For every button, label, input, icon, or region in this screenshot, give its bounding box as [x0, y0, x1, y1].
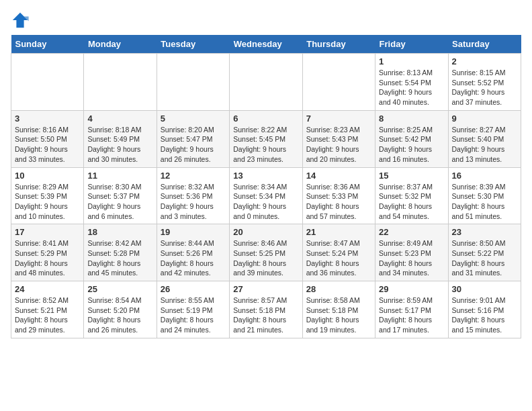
- day-info: Sunrise: 8:57 AM Sunset: 5:18 PM Dayligh…: [233, 295, 298, 335]
- day-number: 26: [161, 284, 226, 294]
- day-number: 4: [87, 113, 152, 124]
- day-number: 11: [87, 171, 152, 181]
- calendar-cell: 16Sunrise: 8:39 AM Sunset: 5:30 PM Dayli…: [448, 167, 521, 224]
- day-info: Sunrise: 8:23 AM Sunset: 5:43 PM Dayligh…: [306, 125, 371, 165]
- weekday-header-friday: Friday: [375, 35, 448, 54]
- day-number: 15: [379, 171, 444, 181]
- logo: [11, 11, 32, 30]
- day-info: Sunrise: 8:25 AM Sunset: 5:42 PM Dayligh…: [379, 125, 444, 165]
- day-info: Sunrise: 8:36 AM Sunset: 5:33 PM Dayligh…: [306, 182, 371, 222]
- day-info: Sunrise: 8:27 AM Sunset: 5:40 PM Dayligh…: [452, 125, 517, 165]
- calendar-cell: 20Sunrise: 8:46 AM Sunset: 5:25 PM Dayli…: [230, 224, 302, 281]
- day-number: 9: [452, 113, 517, 124]
- weekday-header-saturday: Saturday: [448, 35, 521, 54]
- day-info: Sunrise: 8:37 AM Sunset: 5:32 PM Dayligh…: [379, 182, 444, 222]
- logo-icon: [11, 11, 30, 30]
- day-info: Sunrise: 8:22 AM Sunset: 5:45 PM Dayligh…: [233, 125, 298, 165]
- day-number: 19: [161, 227, 226, 237]
- day-number: 28: [306, 284, 371, 294]
- day-number: 20: [233, 227, 298, 237]
- day-number: 30: [452, 284, 517, 294]
- calendar-cell: 8Sunrise: 8:25 AM Sunset: 5:42 PM Daylig…: [375, 110, 448, 167]
- calendar-cell: 13Sunrise: 8:34 AM Sunset: 5:34 PM Dayli…: [230, 167, 302, 224]
- svg-marker-0: [13, 13, 28, 28]
- header-section: [11, 11, 521, 30]
- weekday-header-wednesday: Wednesday: [230, 35, 302, 54]
- day-number: 8: [379, 113, 444, 124]
- day-number: 17: [15, 227, 80, 237]
- calendar-cell: 7Sunrise: 8:23 AM Sunset: 5:43 PM Daylig…: [302, 110, 375, 167]
- day-info: Sunrise: 8:58 AM Sunset: 5:18 PM Dayligh…: [306, 295, 371, 335]
- calendar-cell: 28Sunrise: 8:58 AM Sunset: 5:18 PM Dayli…: [302, 281, 375, 338]
- calendar-cell: 30Sunrise: 9:01 AM Sunset: 5:16 PM Dayli…: [448, 281, 521, 338]
- calendar-cell: 3Sunrise: 8:16 AM Sunset: 5:50 PM Daylig…: [11, 110, 84, 167]
- calendar-cell: 12Sunrise: 8:32 AM Sunset: 5:36 PM Dayli…: [157, 167, 229, 224]
- weekday-header-thursday: Thursday: [302, 35, 375, 54]
- day-number: 12: [161, 171, 226, 181]
- day-number: 27: [233, 284, 298, 294]
- calendar-cell: 19Sunrise: 8:44 AM Sunset: 5:26 PM Dayli…: [157, 224, 229, 281]
- day-number: 21: [306, 227, 371, 237]
- day-info: Sunrise: 8:29 AM Sunset: 5:39 PM Dayligh…: [15, 182, 80, 222]
- day-info: Sunrise: 8:44 AM Sunset: 5:26 PM Dayligh…: [161, 238, 226, 278]
- day-info: Sunrise: 9:01 AM Sunset: 5:16 PM Dayligh…: [452, 295, 517, 335]
- calendar-cell: [230, 54, 302, 111]
- day-number: 16: [452, 171, 517, 181]
- day-number: 1: [379, 56, 444, 66]
- calendar-cell: [157, 54, 229, 111]
- day-info: Sunrise: 8:16 AM Sunset: 5:50 PM Dayligh…: [15, 125, 80, 165]
- day-info: Sunrise: 8:55 AM Sunset: 5:19 PM Dayligh…: [161, 295, 226, 335]
- day-number: 18: [87, 227, 152, 237]
- weekday-header-sunday: Sunday: [11, 35, 84, 54]
- calendar-cell: 17Sunrise: 8:41 AM Sunset: 5:29 PM Dayli…: [11, 224, 84, 281]
- day-number: 10: [15, 171, 80, 181]
- calendar-cell: 14Sunrise: 8:36 AM Sunset: 5:33 PM Dayli…: [302, 167, 375, 224]
- day-info: Sunrise: 8:13 AM Sunset: 5:54 PM Dayligh…: [379, 68, 444, 107]
- day-info: Sunrise: 8:42 AM Sunset: 5:28 PM Dayligh…: [87, 238, 152, 278]
- day-number: 6: [233, 113, 298, 124]
- day-info: Sunrise: 8:41 AM Sunset: 5:29 PM Dayligh…: [15, 238, 80, 278]
- calendar-table: SundayMondayTuesdayWednesdayThursdayFrid…: [11, 35, 521, 338]
- calendar-cell: 10Sunrise: 8:29 AM Sunset: 5:39 PM Dayli…: [11, 167, 84, 224]
- calendar-cell: 23Sunrise: 8:50 AM Sunset: 5:22 PM Dayli…: [448, 224, 521, 281]
- calendar-cell: 21Sunrise: 8:47 AM Sunset: 5:24 PM Dayli…: [302, 224, 375, 281]
- day-number: 2: [452, 56, 517, 66]
- day-info: Sunrise: 8:39 AM Sunset: 5:30 PM Dayligh…: [452, 182, 517, 222]
- calendar-cell: [11, 54, 84, 111]
- calendar-cell: 1Sunrise: 8:13 AM Sunset: 5:54 PM Daylig…: [375, 54, 448, 111]
- weekday-header-monday: Monday: [84, 35, 157, 54]
- day-number: 29: [379, 284, 444, 294]
- calendar-cell: 5Sunrise: 8:20 AM Sunset: 5:47 PM Daylig…: [157, 110, 229, 167]
- weekday-header-tuesday: Tuesday: [157, 35, 229, 54]
- day-number: 23: [452, 227, 517, 237]
- day-info: Sunrise: 8:18 AM Sunset: 5:49 PM Dayligh…: [87, 125, 152, 165]
- calendar-cell: 4Sunrise: 8:18 AM Sunset: 5:49 PM Daylig…: [84, 110, 157, 167]
- day-number: 24: [15, 284, 80, 294]
- calendar-cell: 6Sunrise: 8:22 AM Sunset: 5:45 PM Daylig…: [230, 110, 302, 167]
- day-info: Sunrise: 8:54 AM Sunset: 5:20 PM Dayligh…: [87, 295, 152, 335]
- calendar-cell: 25Sunrise: 8:54 AM Sunset: 5:20 PM Dayli…: [84, 281, 157, 338]
- day-info: Sunrise: 8:47 AM Sunset: 5:24 PM Dayligh…: [306, 238, 371, 278]
- calendar-cell: 2Sunrise: 8:15 AM Sunset: 5:52 PM Daylig…: [448, 54, 521, 111]
- day-info: Sunrise: 8:34 AM Sunset: 5:34 PM Dayligh…: [233, 182, 298, 222]
- day-number: 22: [379, 227, 444, 237]
- day-number: 14: [306, 171, 371, 181]
- calendar-cell: 26Sunrise: 8:55 AM Sunset: 5:19 PM Dayli…: [157, 281, 229, 338]
- day-info: Sunrise: 8:52 AM Sunset: 5:21 PM Dayligh…: [15, 295, 80, 335]
- calendar-cell: 22Sunrise: 8:49 AM Sunset: 5:23 PM Dayli…: [375, 224, 448, 281]
- day-number: 5: [161, 113, 226, 124]
- calendar-cell: 18Sunrise: 8:42 AM Sunset: 5:28 PM Dayli…: [84, 224, 157, 281]
- calendar-cell: 29Sunrise: 8:59 AM Sunset: 5:17 PM Dayli…: [375, 281, 448, 338]
- day-info: Sunrise: 8:49 AM Sunset: 5:23 PM Dayligh…: [379, 238, 444, 278]
- day-info: Sunrise: 8:30 AM Sunset: 5:37 PM Dayligh…: [87, 182, 152, 222]
- day-info: Sunrise: 8:32 AM Sunset: 5:36 PM Dayligh…: [161, 182, 226, 222]
- day-info: Sunrise: 8:15 AM Sunset: 5:52 PM Dayligh…: [452, 68, 517, 107]
- day-number: 3: [15, 113, 80, 124]
- calendar-cell: 11Sunrise: 8:30 AM Sunset: 5:37 PM Dayli…: [84, 167, 157, 224]
- calendar-cell: 27Sunrise: 8:57 AM Sunset: 5:18 PM Dayli…: [230, 281, 302, 338]
- day-info: Sunrise: 8:50 AM Sunset: 5:22 PM Dayligh…: [452, 238, 517, 278]
- calendar-cell: [302, 54, 375, 111]
- day-number: 25: [87, 284, 152, 294]
- day-number: 13: [233, 171, 298, 181]
- calendar-cell: 9Sunrise: 8:27 AM Sunset: 5:40 PM Daylig…: [448, 110, 521, 167]
